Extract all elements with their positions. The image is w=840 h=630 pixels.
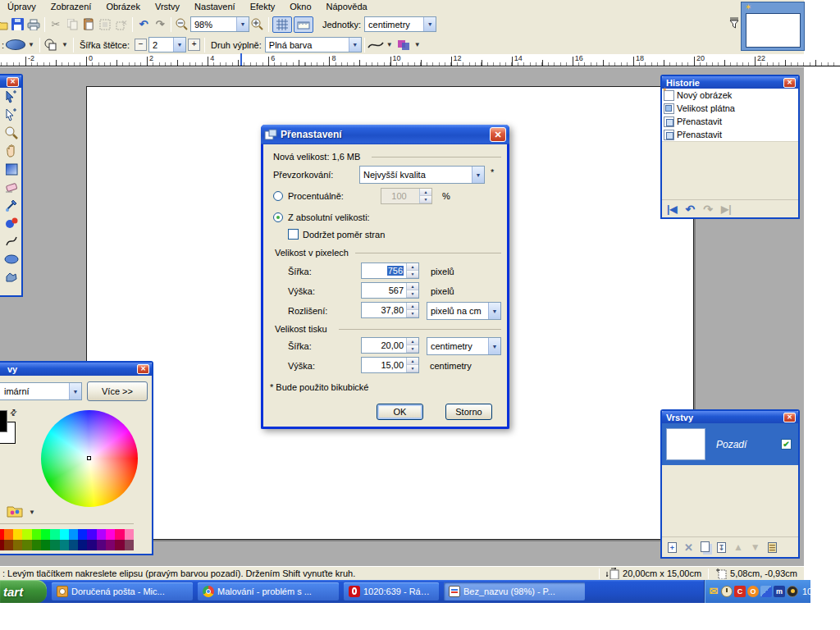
merge-down-icon[interactable]: ↧ <box>717 542 726 553</box>
add-layer-icon[interactable]: + <box>668 542 677 553</box>
menu-item[interactable]: Nastavení <box>187 1 243 12</box>
shape-mode-icon[interactable] <box>43 38 59 52</box>
move-selection-tool[interactable] <box>2 106 21 124</box>
more-button[interactable]: Více >> <box>87 381 148 401</box>
undo-icon[interactable]: ↶ <box>135 17 152 32</box>
tools-titlebar[interactable]: ✕ <box>0 75 21 88</box>
close-icon[interactable]: ✕ <box>7 77 19 87</box>
color-swatch[interactable] <box>41 529 50 540</box>
grid-toggle-button[interactable] <box>272 16 292 33</box>
color-swatch[interactable] <box>32 540 41 550</box>
line-curve-tool[interactable] <box>2 232 21 250</box>
redo-icon[interactable]: ↷ <box>703 203 713 216</box>
color-swatch[interactable] <box>78 540 87 550</box>
envelope-icon[interactable]: ✉ <box>708 586 719 597</box>
blend-mode-icon[interactable] <box>395 38 412 52</box>
percent-radio[interactable] <box>273 191 283 201</box>
color-wheel-marker[interactable] <box>87 456 91 460</box>
print-width-spinner[interactable]: ▲▼ <box>406 338 418 353</box>
color-swatch[interactable] <box>60 529 69 540</box>
stopwatch-icon[interactable] <box>787 586 798 597</box>
brush-width-minus-button[interactable]: − <box>135 39 147 51</box>
zoom-level-combo[interactable]: 98%▼ <box>190 16 249 32</box>
ruler-toggle-button[interactable] <box>294 16 313 33</box>
taskbar-task-paint[interactable]: Bez_nazvu (98%) - P... <box>444 582 585 600</box>
open-icon[interactable] <box>0 17 9 32</box>
color-wheel[interactable] <box>41 410 138 507</box>
chevron-down-icon[interactable]: ▼ <box>488 338 500 354</box>
copy-icon[interactable] <box>64 17 80 32</box>
opera-tray-icon[interactable]: O <box>747 586 759 597</box>
puzzle-icon[interactable] <box>760 586 772 597</box>
color-swatch[interactable] <box>22 529 31 540</box>
gradient-tool[interactable] <box>2 160 21 178</box>
pixel-height-field[interactable]: 567 ▲▼ <box>361 282 419 299</box>
layers-titlebar[interactable]: Vrstvy✕ <box>662 411 798 423</box>
move-layer-down-icon[interactable]: ▼ <box>751 541 760 553</box>
move-layer-up-icon[interactable]: ▲ <box>733 541 743 553</box>
color-swatch[interactable] <box>97 529 106 540</box>
color-swatch[interactable] <box>13 529 22 540</box>
color-swatch[interactable] <box>87 529 96 540</box>
rewind-icon[interactable]: |◀ <box>667 203 678 215</box>
close-icon[interactable]: ✕ <box>783 78 796 88</box>
move-selected-pixels-tool[interactable] <box>2 88 21 106</box>
taskbar-task-mail[interactable]: Doručená pošta - Mic... <box>52 582 193 600</box>
cancel-button[interactable]: Storno <box>445 404 492 420</box>
ok-button[interactable]: OK <box>377 404 423 420</box>
menu-item[interactable]: Obrázek <box>98 1 148 12</box>
c-app-icon[interactable]: C <box>734 586 746 597</box>
image-list-funnel-icon[interactable] <box>728 17 740 30</box>
chevron-down-icon[interactable]: ▼ <box>69 383 81 399</box>
redo-icon[interactable]: ↷ <box>152 17 168 32</box>
chevron-down-icon[interactable]: ▼ <box>386 41 393 48</box>
color-swatch[interactable] <box>106 540 115 550</box>
history-item[interactable]: Přenastavit <box>662 115 798 128</box>
chevron-down-icon[interactable]: ▼ <box>173 38 185 52</box>
color-swatch[interactable] <box>78 529 87 540</box>
menu-item[interactable]: Vrstvy <box>148 1 187 12</box>
tray-clock[interactable]: 10:35 <box>802 587 825 596</box>
layer-visibility-checkbox[interactable]: ✔ <box>781 439 792 450</box>
color-swatch[interactable] <box>115 540 124 550</box>
resolution-spinner[interactable]: ▲▼ <box>406 303 418 317</box>
freeform-shape-tool[interactable] <box>2 268 21 286</box>
absolute-radio[interactable] <box>273 212 283 222</box>
color-swatch[interactable] <box>125 540 134 550</box>
close-icon[interactable]: ✕ <box>783 413 796 422</box>
color-swatch[interactable] <box>32 529 41 540</box>
color-swatch[interactable] <box>4 529 13 540</box>
menu-item[interactable]: Zobrazení <box>43 1 99 12</box>
color-swatch[interactable] <box>97 540 106 550</box>
resolution-field[interactable]: 37,80 ▲▼ <box>361 302 419 318</box>
dialog-titlebar[interactable]: Přenastavení ✕ <box>261 125 509 144</box>
pixel-width-spinner[interactable]: ▲▼ <box>406 263 418 278</box>
undo-icon[interactable]: ↶ <box>686 203 696 216</box>
brush-width-plus-button[interactable]: + <box>188 39 200 51</box>
fast-forward-icon[interactable]: ▶| <box>721 203 732 215</box>
color-swatch[interactable] <box>50 540 59 550</box>
crop-icon[interactable] <box>97 17 113 32</box>
color-swatch[interactable] <box>4 540 13 550</box>
palette-menu-icon[interactable] <box>7 504 23 518</box>
menu-item[interactable]: Okno <box>282 1 318 12</box>
recolor-tool[interactable] <box>2 214 21 232</box>
cut-icon[interactable]: ✂ <box>48 17 64 32</box>
menu-item[interactable]: Nápověda <box>319 1 375 12</box>
units-combo[interactable]: centimetry▼ <box>364 16 436 32</box>
brush-width-combo[interactable]: 2▼ <box>148 37 186 52</box>
history-item[interactable]: Velikost plátna <box>662 102 798 115</box>
print-icon[interactable] <box>25 17 42 32</box>
zoom-in-icon[interactable] <box>249 17 266 32</box>
color-swatch[interactable] <box>87 540 96 550</box>
chevron-down-icon[interactable]: ▼ <box>29 509 35 516</box>
color-swatch[interactable] <box>13 540 22 550</box>
zoom-out-icon[interactable] <box>174 17 190 32</box>
color-swatch[interactable] <box>125 529 134 540</box>
chevron-down-icon[interactable]: ▼ <box>62 41 68 48</box>
chevron-down-icon[interactable]: ▼ <box>423 17 436 31</box>
image-thumbnail-window[interactable]: ✶ <box>741 2 805 51</box>
resolution-unit-combo[interactable]: pixelů na cm▼ <box>427 302 501 320</box>
menu-item[interactable]: Úpravy <box>0 1 43 12</box>
fill-type-combo[interactable]: Plná barva▼ <box>265 37 362 52</box>
